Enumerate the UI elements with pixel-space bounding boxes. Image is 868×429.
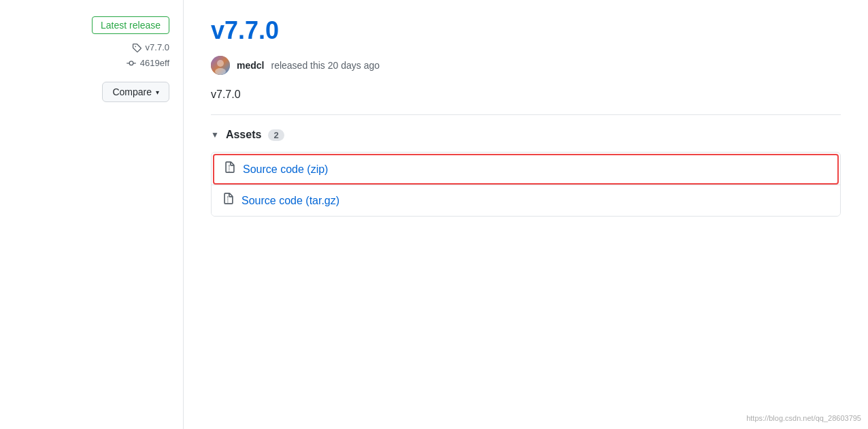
file-zip-icon <box>224 161 236 178</box>
commit-hash: 4619eff <box>140 58 169 68</box>
assets-count: 2 <box>268 129 284 141</box>
release-body: v7.7.0 <box>211 89 841 101</box>
asset-targz-label: Source code (tar.gz) <box>241 195 339 207</box>
compare-label: Compare <box>112 86 152 97</box>
divider <box>211 114 841 115</box>
svg-point-1 <box>217 60 224 67</box>
main-content: v7.7.0 med <box>184 0 868 429</box>
asset-zip-format: (zip) <box>307 163 328 175</box>
asset-zip-name: Source code <box>243 163 304 175</box>
latest-release-badge[interactable]: Latest release <box>92 16 169 34</box>
watermark: https://blog.csdn.net/qq_28603795 <box>746 414 861 422</box>
sidebar-tag: v7.7.0 <box>132 42 169 52</box>
asset-zip-label: Source code (zip) <box>243 163 328 176</box>
tag-icon <box>132 43 141 52</box>
svg-point-2 <box>215 68 226 75</box>
asset-targz-name: Source code <box>241 195 303 206</box>
triangle-icon: ▼ <box>211 130 219 140</box>
compare-button[interactable]: Compare ▾ <box>102 82 169 102</box>
assets-title: Assets <box>226 129 261 141</box>
author-name: medcl <box>237 60 264 71</box>
asset-targz-format: (tar.gz) <box>305 195 339 206</box>
commit-icon <box>127 59 136 68</box>
file-targz-icon <box>222 192 235 209</box>
assets-section: ▼ Assets 2 Source code (zip) <box>211 129 841 217</box>
sidebar: Latest release v7.7.0 4619eff <box>0 0 184 429</box>
release-meta: medcl released this 20 days ago <box>211 56 841 75</box>
assets-list: Source code (zip) Source code (tar.g <box>211 152 841 217</box>
assets-header: ▼ Assets 2 <box>211 129 841 141</box>
asset-zip[interactable]: Source code (zip) <box>213 154 839 185</box>
avatar <box>211 56 230 75</box>
tag-version: v7.7.0 <box>146 42 169 52</box>
chevron-down-icon: ▾ <box>156 89 159 96</box>
released-text: released this 20 days ago <box>271 60 380 71</box>
asset-targz[interactable]: Source code (tar.gz) <box>212 185 840 216</box>
release-title: v7.7.0 <box>211 16 841 45</box>
sidebar-meta: v7.7.0 4619eff <box>14 42 169 68</box>
sidebar-commit: 4619eff <box>127 58 169 68</box>
